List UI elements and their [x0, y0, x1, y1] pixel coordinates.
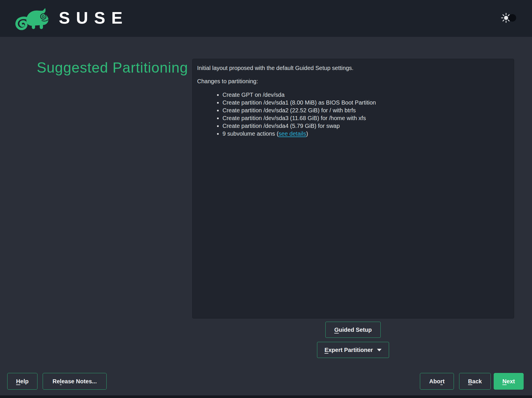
svg-text:G: G — [42, 14, 45, 19]
list-item: Create partition /dev/sda1 (8.00 MiB) as… — [222, 99, 509, 107]
list-item: Create partition /dev/sda2 (22.52 GiB) f… — [222, 107, 509, 114]
release-notes-button[interactable]: Release Notes... — [43, 373, 107, 390]
next-button[interactable]: Next — [494, 373, 524, 390]
window-bottom-strip — [0, 395, 532, 398]
button-label: G — [334, 327, 339, 333]
page-title: Suggested Partitioning — [32, 56, 193, 79]
list-item: Create partition /dev/sda3 (11.68 GiB) f… — [222, 114, 509, 122]
proposal-intro-text: Initial layout proposed with the default… — [197, 65, 509, 71]
button-label: E — [325, 347, 328, 353]
sun-moon-icon — [500, 12, 519, 24]
expert-partitioner-button[interactable]: Expert Partitioner — [317, 342, 389, 358]
partitioning-actions-list: Create GPT on /dev/sda Create partition … — [197, 91, 509, 138]
guided-setup-button[interactable]: Guided Setup — [325, 322, 381, 338]
list-item: Create partition /dev/sda4 (5.79 GiB) fo… — [222, 122, 509, 130]
list-item-subvolumes: 9 subvolume actions (see details) — [222, 130, 509, 138]
changes-label: Changes to partitioning: — [197, 78, 509, 85]
proposal-summary-panel: Initial layout proposed with the default… — [192, 59, 514, 319]
suse-logo: G SUSE — [13, 3, 129, 32]
see-details-link[interactable]: see details — [279, 130, 306, 137]
abort-button[interactable]: Abort — [420, 373, 454, 390]
subvolume-text-suffix: ) — [306, 130, 308, 137]
subvolume-text: 9 subvolume actions ( — [222, 130, 279, 137]
back-button[interactable]: Back — [459, 373, 491, 390]
theme-toggle-button[interactable] — [500, 12, 519, 24]
help-button[interactable]: Help — [7, 373, 37, 390]
suse-chameleon-icon: G — [13, 4, 54, 32]
chevron-down-icon — [377, 349, 382, 351]
brand-wordmark: SUSE — [59, 10, 129, 26]
list-item: Create GPT on /dev/sda — [222, 91, 509, 99]
app-header: G SUSE — [0, 0, 532, 37]
